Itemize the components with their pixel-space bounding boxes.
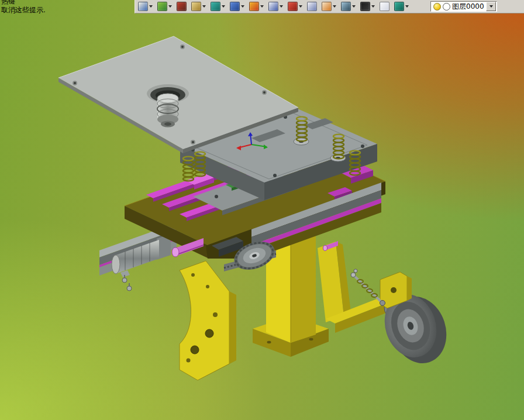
- dropdown-arrow-icon[interactable]: [371, 5, 375, 8]
- layer-dropdown-arrow[interactable]: [486, 2, 496, 11]
- boolean-cubes-icon: [230, 2, 240, 11]
- coil-spring: [333, 135, 344, 159]
- dropdown-arrow-icon[interactable]: [149, 5, 153, 8]
- dropdown-arrow-icon[interactable]: [168, 5, 172, 8]
- color-wheel-icon: [249, 2, 259, 11]
- model-canvas[interactable]: [0, 0, 524, 420]
- viewport-grid-icon: [322, 2, 332, 11]
- solid-cube-icon-button[interactable]: [210, 0, 226, 13]
- layer-panel[interactable]: 图层0000: [430, 1, 497, 12]
- dropdown-arrow-icon[interactable]: [405, 5, 409, 8]
- shaded-render-icon-button[interactable]: [394, 0, 409, 13]
- coil-spring: [350, 151, 360, 175]
- display-monitor-icon: [341, 2, 351, 11]
- save-export-icon-button[interactable]: [137, 0, 153, 13]
- rotate-arrow-icon: [191, 2, 201, 11]
- hint-line-2: 取消这些提示.: [1, 6, 46, 15]
- pan-move-icon: [288, 2, 298, 11]
- dropdown-arrow-icon[interactable]: [260, 5, 264, 8]
- zoom-window-icon: [268, 2, 278, 11]
- background-swatch-icon-button[interactable]: [379, 0, 390, 13]
- select-region-icon-button[interactable]: [306, 0, 318, 13]
- left-yellow-bracket[interactable]: [180, 261, 236, 380]
- coil-spring: [297, 117, 307, 142]
- annotate-pencil-icon-button[interactable]: [176, 0, 187, 13]
- coil-spring: [195, 152, 205, 177]
- solid-cube-icon: [211, 2, 220, 11]
- annotate-pencil-icon: [177, 2, 187, 11]
- zoom-window-icon-button[interactable]: [268, 0, 284, 13]
- lens-cylinder[interactable]: [157, 94, 178, 128]
- viewport-grid-icon-button[interactable]: [321, 0, 337, 13]
- layer-color-icon[interactable]: [443, 3, 450, 11]
- pan-move-icon-button[interactable]: [287, 0, 303, 13]
- 3d-viewport[interactable]: 热键 取消这些提示.: [0, 0, 524, 420]
- dropdown-arrow-icon[interactable]: [241, 5, 244, 8]
- line-weight-icon-button[interactable]: [360, 0, 375, 13]
- dropdown-arrow-icon[interactable]: [222, 5, 225, 8]
- dropdown-arrow-icon[interactable]: [333, 5, 336, 8]
- shaded-render-icon: [394, 2, 404, 11]
- select-region-icon: [307, 2, 317, 11]
- material-sphere-icon: [157, 2, 167, 11]
- dropdown-arrow-icon[interactable]: [202, 5, 206, 8]
- layer-name-label: 图层0000: [452, 2, 484, 12]
- background-swatch-icon: [380, 2, 389, 11]
- right-yellow-arm[interactable]: [318, 242, 391, 333]
- color-wheel-icon-button[interactable]: [249, 0, 264, 13]
- coil-spring: [183, 157, 194, 181]
- save-export-icon: [138, 2, 148, 11]
- rotate-arrow-icon-button[interactable]: [191, 0, 206, 13]
- boolean-cubes-icon-button[interactable]: [229, 0, 245, 13]
- hint-line-1: 热键: [1, 0, 46, 6]
- hint-text: 热键 取消这些提示.: [1, 0, 46, 15]
- dropdown-arrow-icon[interactable]: [352, 5, 356, 8]
- layer-visibility-bulb-icon[interactable]: [433, 3, 441, 11]
- dropdown-arrow-icon[interactable]: [299, 5, 302, 8]
- material-sphere-icon-button[interactable]: [157, 0, 173, 13]
- dropdown-arrow-icon[interactable]: [280, 5, 283, 8]
- toolbar-icons: [137, 0, 409, 13]
- main-toolbar: 图层0000: [135, 0, 524, 13]
- display-monitor-icon-button[interactable]: [340, 0, 356, 13]
- line-weight-icon: [360, 2, 370, 11]
